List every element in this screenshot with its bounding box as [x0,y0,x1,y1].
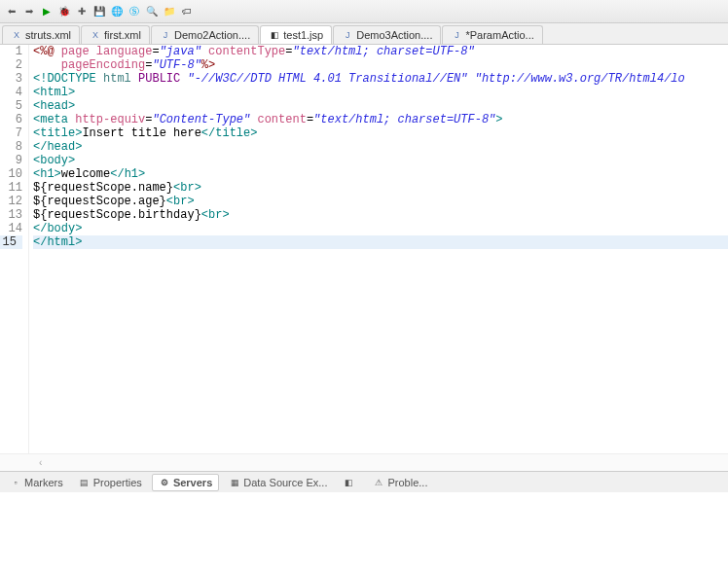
horizontal-scroll[interactable]: ‹ [0,453,728,471]
panel-icon: ▫ [10,477,21,488]
panel-label: Properties [93,477,142,488]
panel-label: Servers [173,477,212,488]
line-number: 9 [0,154,22,167]
panel-label: Proble... [387,477,427,488]
line-number: 7 [0,126,22,140]
line-number: 1 [0,45,22,58]
editor-tab-3[interactable]: ◧test1.jsp [260,25,332,44]
bottom-panel-tabs: ▫Markers▤Properties⚙Servers▦Data Source … [0,471,728,492]
bottom-tab-5[interactable]: ⚠Proble... [367,475,433,490]
editor-tab-4[interactable]: JDemo3Action.... [333,25,441,44]
bottom-tab-4[interactable]: ◧ [337,475,363,490]
file-icon: J [342,29,353,41]
file-icon: J [451,29,462,41]
panel-icon: ⚠ [373,477,384,488]
line-number: 3 [0,72,22,86]
globe-icon[interactable]: 🌐 [109,4,125,19]
line-number: 4 [0,86,22,99]
code-line[interactable]: </body> [33,222,728,235]
line-number: 5 [0,99,22,113]
tab-label: Demo3Action.... [356,29,432,41]
file-icon: J [160,29,171,41]
back-icon[interactable]: ⬅ [4,4,19,19]
search-icon[interactable]: 🔍 [144,4,160,19]
code-line[interactable]: ${requestScope.age}<br> [33,195,728,208]
bottom-tab-0[interactable]: ▫Markers [4,475,69,490]
line-number: 12 [0,195,22,208]
panel-label: Markers [24,477,63,488]
run-icon[interactable]: ▶ [39,4,55,19]
code-line[interactable]: <head> [33,99,728,113]
line-number: 2 [0,58,22,72]
code-line[interactable]: <meta http-equiv="Content-Type" content=… [33,113,728,126]
main-toolbar: ⬅ ➡ ▶ 🐞 ✚ 💾 🌐 Ⓢ 🔍 📁 🏷 [0,0,728,23]
debug-icon[interactable]: 🐞 [56,4,72,19]
code-editor[interactable]: 123456789101112131415 <%@ page language=… [0,45,728,453]
panel-icon: ◧ [343,477,354,488]
code-line[interactable]: ${requestScope.name}<br> [33,181,728,195]
file-icon: ◧ [269,29,280,41]
folder-icon[interactable]: 📁 [162,4,177,19]
panel-icon: ▦ [229,477,240,488]
line-gutter: 123456789101112131415 [0,45,29,453]
line-number: 13 [0,208,22,222]
tab-label: test1.jsp [283,29,323,41]
panel-label: Data Source Ex... [243,477,327,488]
bottom-tab-1[interactable]: ▤Properties [73,475,148,490]
line-number: 15 [0,235,22,249]
scroll-left-icon[interactable]: ‹ [39,457,42,468]
tab-label: struts.xml [25,29,71,41]
save-icon[interactable]: 💾 [91,4,107,19]
new-icon[interactable]: ✚ [74,4,90,19]
forward-icon[interactable]: ➡ [21,4,37,19]
code-line[interactable]: <%@ page language="java" contentType="te… [33,45,728,58]
code-line[interactable]: </html> [33,235,728,249]
code-line[interactable]: </head> [33,140,728,154]
editor-tabs: Xstruts.xmlXfirst.xmlJDemo2Action....◧te… [0,23,728,45]
tab-label: first.xml [104,29,141,41]
skype-icon[interactable]: Ⓢ [127,4,142,19]
line-number: 10 [0,167,22,181]
line-number: 6 [0,113,22,126]
line-number: 14 [0,222,22,235]
panel-icon: ⚙ [159,477,170,488]
bottom-tab-2[interactable]: ⚙Servers [152,474,219,491]
file-icon: X [11,29,22,41]
bottom-tab-3[interactable]: ▦Data Source Ex... [223,475,333,490]
code-line[interactable]: <h1>welcome</h1> [33,167,728,181]
code-line[interactable]: <html> [33,86,728,99]
editor-tab-5[interactable]: J*ParamActio... [442,25,542,44]
code-line[interactable]: pageEncoding="UTF-8"%> [33,58,728,72]
tag-icon[interactable]: 🏷 [179,4,195,19]
code-area[interactable]: <%@ page language="java" contentType="te… [29,45,728,453]
editor-tab-0[interactable]: Xstruts.xml [2,25,80,44]
code-line[interactable]: <!DOCTYPE html PUBLIC "-//W3C//DTD HTML … [33,72,728,86]
code-line[interactable]: <body> [33,154,728,167]
code-line[interactable]: ${requestScope.birthday}<br> [33,208,728,222]
editor-tab-2[interactable]: JDemo2Action.... [151,25,259,44]
code-line[interactable]: <title>Insert title here</title> [33,126,728,140]
panel-icon: ▤ [79,477,91,488]
line-number: 8 [0,140,22,154]
line-number: 11 [0,181,22,195]
editor-tab-1[interactable]: Xfirst.xml [81,25,150,44]
tab-label: Demo2Action.... [174,29,250,41]
file-icon: X [90,29,101,41]
tab-label: *ParamActio... [465,29,533,41]
